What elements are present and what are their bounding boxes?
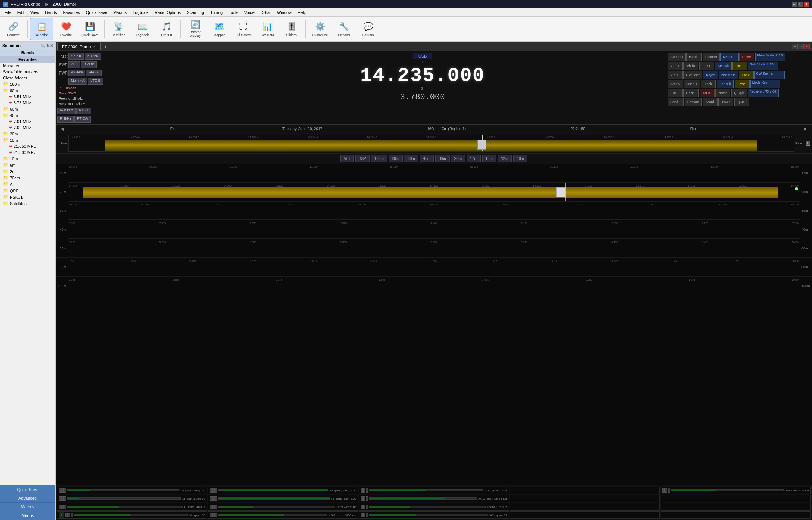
slider-track[interactable] bbox=[369, 497, 477, 500]
slider-track[interactable] bbox=[369, 514, 488, 516]
vfoa-btn[interactable]: VFO A bbox=[86, 70, 102, 76]
ctrl-btn-pwr[interactable]: PWR bbox=[718, 98, 733, 106]
ab-swap-btn[interactable]: A <> B bbox=[68, 53, 84, 60]
content-max-btn[interactable]: □ bbox=[798, 44, 804, 49]
sidebar-tree-item-5[interactable]: ❤3.51 MHz bbox=[0, 94, 55, 100]
band-sel-btn-17m[interactable]: 17m bbox=[467, 155, 480, 162]
sidebar-tree-item-9[interactable]: ❤7.01 MHz bbox=[0, 119, 55, 125]
menu-item-bands[interactable]: Bands bbox=[42, 9, 60, 15]
slider-track[interactable] bbox=[218, 497, 330, 500]
slider-track[interactable] bbox=[218, 506, 336, 508]
ctrl-btn-pre-2[interactable]: Pre 2 bbox=[739, 71, 754, 79]
amem-btn[interactable]: A>Mem bbox=[68, 70, 85, 76]
slider-item-r2-c0[interactable]: IF shift: -200 Hz bbox=[57, 503, 207, 511]
sidebar-tree-item-1[interactable]: Show/hide markers bbox=[0, 69, 55, 75]
sidebar-tree-item-2[interactable]: Close folders bbox=[0, 75, 55, 81]
sidebar-tree-item-21[interactable]: 📁PSK31 bbox=[0, 194, 55, 200]
band-content-30m[interactable]: 10.10010.10510.11010.11510.12010.12510.1… bbox=[68, 201, 800, 220]
ctrl-btn-nar-sub[interactable]: Nar sub bbox=[717, 80, 734, 88]
ab-btn[interactable]: A>B bbox=[68, 61, 80, 68]
scroll-right-icon[interactable]: ► bbox=[802, 126, 809, 132]
sidebar-tree-item-8[interactable]: 📁40m bbox=[0, 112, 55, 119]
sidebar-favorites-header[interactable]: Favorites bbox=[0, 56, 55, 63]
sidebar-btn-quick-save[interactable]: Quick Save bbox=[0, 485, 55, 494]
sidebar-btn-menus[interactable]: Menus bbox=[0, 511, 55, 520]
ctrl-btn-moni[interactable]: Moni bbox=[703, 98, 718, 106]
menu-item-radio-options[interactable]: Radio Options bbox=[151, 9, 184, 15]
toolbar-btn-selection[interactable]: 📋 Selection bbox=[30, 18, 53, 40]
band-sel-btn-30m[interactable]: 30m bbox=[435, 155, 449, 162]
sidebar-close-icon[interactable]: ✕ bbox=[50, 44, 53, 48]
menu-item-tools[interactable]: Tools bbox=[226, 9, 241, 15]
sidebar-search-icon[interactable]: 🔍 bbox=[41, 44, 45, 48]
menu-item-dstar[interactable]: DStar bbox=[258, 9, 274, 15]
ctrl-btn-mox[interactable]: MOX bbox=[700, 89, 715, 97]
band-sel-btn-80m[interactable]: 80m bbox=[389, 155, 403, 162]
toolbar-btn-sw-data[interactable]: 📊 SW Data bbox=[256, 18, 279, 40]
sidebar-tree-item-11[interactable]: 📁20m bbox=[0, 131, 55, 137]
menu-item-file[interactable]: File bbox=[2, 9, 14, 15]
band-content-20m[interactable]: 14.00014.02514.05014.07514.10014.12514.1… bbox=[68, 182, 800, 201]
toolbar-btn-quick-save[interactable]: 💾 Quick Save bbox=[78, 18, 102, 40]
sidebar-tree-item-13[interactable]: ❤21.050 MHz bbox=[0, 143, 55, 149]
ctrl-btn-ant-2[interactable]: Ant 2 bbox=[668, 71, 683, 79]
sidebar-bands-header[interactable]: Bands bbox=[0, 49, 55, 56]
sidebar-tree-item-12[interactable]: 📁15m bbox=[0, 137, 55, 143]
band-sel-btn-12m[interactable]: 12m bbox=[498, 155, 512, 162]
rauto-btn[interactable]: R-Auto bbox=[81, 61, 97, 68]
band-content-60m[interactable]: 5.2505.2755.3005.3255.3505.3755.4005.425… bbox=[68, 239, 800, 257]
sidebar-refresh-icon[interactable]: ↻ bbox=[46, 44, 49, 48]
sidebar-tree-item-19[interactable]: 📁Air bbox=[0, 181, 55, 187]
toolbar-btn-favorite[interactable]: ❤️ Favorite bbox=[54, 18, 77, 40]
ctrl-btn-qmr[interactable]: QMR bbox=[734, 98, 749, 106]
slider-item-r0-c1[interactable]: RF gain (main): 100 bbox=[208, 487, 358, 494]
r3khz-btn[interactable]: R-3kHz bbox=[57, 116, 74, 123]
band-content-17m[interactable]: 18.07018.08018.09018.10018.11018.12018.1… bbox=[68, 164, 800, 182]
slider-item-r2-c2[interactable]: Contour: 20 Hz bbox=[359, 503, 509, 511]
sidebar-tree-item-15[interactable]: 📁10m bbox=[0, 155, 55, 162]
mema-btn[interactable]: Mem > A bbox=[68, 78, 87, 85]
sidebar-tree-item-16[interactable]: 📁6m bbox=[0, 162, 55, 168]
ctrl-dropdown-cw-keying[interactable]: CW Keying bbox=[754, 71, 785, 79]
slider-track[interactable] bbox=[369, 489, 483, 491]
ctrl-btn-bk-in[interactable]: Bk-in bbox=[683, 62, 698, 70]
toolbar-btn-options[interactable]: 🔧 Options bbox=[332, 18, 356, 40]
ctrl-btn-contour[interactable]: Contour bbox=[685, 98, 702, 106]
ctrl-btn-q-split[interactable]: Q-Split bbox=[731, 89, 747, 97]
slider-item-r0-c2[interactable]: AGC (main): Mid bbox=[359, 487, 509, 494]
r6khz-btn[interactable]: R-6kHz bbox=[85, 53, 101, 60]
slider-item-r3-c1[interactable]: VOX delay: 1000 ms bbox=[208, 511, 358, 519]
menu-item-help[interactable]: Help bbox=[295, 9, 309, 15]
toolbar-btn-mapper[interactable]: 🗺️ Mapper bbox=[208, 18, 231, 40]
toolbar-btn-customize[interactable]: ⚙️ Customize bbox=[308, 18, 332, 40]
sidebar-tree-item-3[interactable]: 📁160m bbox=[0, 81, 55, 87]
ctrl-dropdown-sub-mode--lsb[interactable]: Sub Mode: LSB bbox=[748, 62, 778, 70]
minimize-button[interactable]: ─ bbox=[792, 2, 797, 7]
scroll-left-icon[interactable]: ◄ bbox=[59, 126, 65, 132]
vfob-btn[interactable]: VFO B bbox=[88, 78, 103, 85]
zoom-indicator[interactable]: H bbox=[806, 141, 810, 146]
menu-item-favorites[interactable]: Favorites bbox=[60, 9, 83, 15]
ctrl-btn-notch[interactable]: Notch bbox=[715, 89, 730, 97]
menu-item-window[interactable]: Window bbox=[274, 9, 295, 15]
sidebar-tree-item-7[interactable]: 📁60m bbox=[0, 106, 55, 112]
menu-item-voice[interactable]: Voice bbox=[241, 9, 258, 15]
ctrl-btn-fast[interactable]: Fast bbox=[699, 62, 714, 70]
tab-close-icon[interactable]: ✕ bbox=[93, 45, 96, 49]
slider-item-r1-c1[interactable]: RF gain (sub): 100 bbox=[208, 495, 358, 502]
content-min-btn[interactable]: ─ bbox=[792, 44, 798, 49]
band-sel-btn-bsp[interactable]: BSP bbox=[355, 155, 370, 162]
ctrl-dropdown-receiver--rx---off[interactable]: Receiver: RX / Off bbox=[748, 89, 779, 97]
toolbar-btn-connect[interactable]: 🔗 Connect bbox=[2, 18, 25, 40]
sidebar-tree-item-17[interactable]: 📁2m bbox=[0, 168, 55, 175]
sidebar-tree-item-6[interactable]: ❤3.78 MHz bbox=[0, 100, 55, 106]
slider-track[interactable] bbox=[74, 514, 188, 516]
ctrl-btn-chan--[interactable]: Chan - bbox=[683, 89, 699, 97]
toolbar-btn-forums[interactable]: 💬 Forums bbox=[356, 18, 380, 40]
band-content-40m[interactable]: 7.0007.0257.0507.0757.1007.1257.1507.175… bbox=[68, 220, 800, 239]
band-content-80m[interactable]: 3.5003.5253.5503.5753.6003.6253.6503.675… bbox=[68, 258, 800, 276]
menu-item-edit[interactable]: Edit bbox=[14, 9, 27, 15]
band-sel-btn-40m[interactable]: 40m bbox=[420, 155, 434, 162]
menu-item-quick-save[interactable]: Quick Save bbox=[83, 9, 110, 15]
ctrl-btn-nr-main[interactable]: NR main bbox=[720, 53, 739, 61]
